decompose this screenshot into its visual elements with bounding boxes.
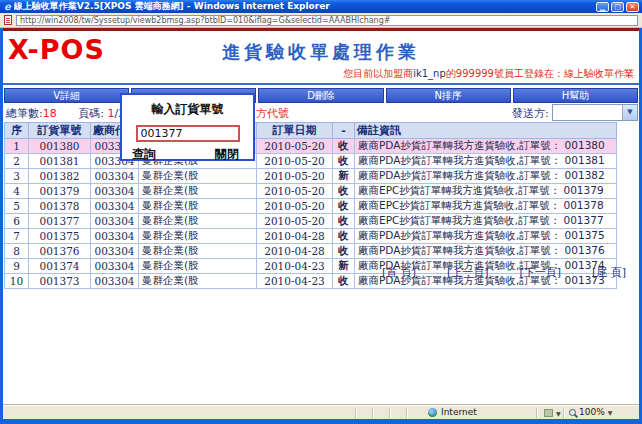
table-row[interactable]: 2 001381 003304 曼群企業(股 2010-05-20 收 廠商PD… [5, 154, 617, 169]
record-info-bar: 總筆數:18 頁碼: 1/2 [6, 106, 125, 121]
cell-order-no: 001380 [29, 139, 91, 154]
cell-order-no: 001378 [29, 199, 91, 214]
page-number-label: 頁碼: [78, 107, 104, 120]
minimize-button[interactable]: ▁ [596, 2, 609, 12]
cell-order-no: 001377 [29, 214, 91, 229]
total-count-label: 總筆數: [6, 107, 43, 120]
cell-remark: 廠商EPC抄貨訂單轉我方進貨驗收,訂單號： 001378 [355, 199, 617, 214]
table-row[interactable]: 6 001377 003304 曼群企業(股 2010-05-20 收 廠商EP… [5, 214, 617, 229]
table-row[interactable]: 3 001382 003304 曼群企業(股 2010-05-20 新 廠商PD… [5, 169, 617, 184]
last-page-link[interactable]: [尾 頁] [592, 265, 626, 280]
first-page-link[interactable]: [首 頁] [382, 265, 416, 280]
cell-order-no: 001373 [29, 274, 91, 289]
cell-vendor-name: 曼群企業(股 [139, 214, 257, 229]
statusbar-divider [372, 408, 373, 418]
sender-select-value [553, 105, 622, 120]
zoom-level: 100% [579, 407, 605, 417]
cell-vendor-code: 003304 [91, 199, 139, 214]
sort-button[interactable]: N排序 [386, 88, 511, 103]
cell-seq: 1 [5, 139, 29, 154]
cell-vendor-code: 003304 [91, 169, 139, 184]
window-frame-bottom [0, 419, 642, 424]
chevron-down-icon[interactable]: ▼ [622, 105, 637, 120]
url-input[interactable] [20, 16, 634, 25]
table-row[interactable]: 7 001375 003304 曼群企業(股 2010-04-28 收 廠商PD… [5, 229, 617, 244]
cell-status-badge: 收 [333, 184, 355, 199]
cell-seq: 3 [5, 169, 29, 184]
toolbar-divider-line [2, 83, 640, 85]
table-row[interactable]: 5 001378 003304 曼群企業(股 2010-05-20 收 廠商EP… [5, 199, 617, 214]
window-frame-left [0, 28, 3, 419]
cell-remark: 廠商PDA抄貨訂單轉我方進貨驗收,訂單號： 001380 [355, 139, 617, 154]
col-header-seq: 序 [5, 123, 29, 139]
statusbar-divider [355, 408, 356, 418]
cell-vendor-name: 曼群企業(股 [139, 199, 257, 214]
cell-status-badge: 收 [333, 274, 355, 289]
cell-vendor-code: 003304 [91, 184, 139, 199]
col-header-status: - [333, 123, 355, 139]
login-status-line: 您目前以加盟商ik1_np的999999號員工登錄在：線上驗收單作業 [343, 67, 634, 81]
cell-order-no: 001379 [29, 184, 91, 199]
table-row[interactable]: 8 001376 003304 曼群企業(股 2010-04-28 收 廠商PD… [5, 244, 617, 259]
cell-order-no: 001374 [29, 259, 91, 274]
ie-logo-icon: e [4, 2, 11, 12]
page-icon [4, 15, 12, 25]
login-store-code: ik1_np [413, 68, 446, 79]
delete-button[interactable]: D刪除 [258, 88, 383, 103]
window-titlebar: e 線上驗收單作業V2.5[XPOS 雲端商務網] - Windows Inte… [0, 0, 642, 13]
zoom-control[interactable]: 100% ▼ [569, 407, 612, 417]
help-button[interactable]: H幫助 [513, 88, 638, 103]
next-page-link[interactable]: [下一頁] [519, 265, 561, 280]
cell-status-badge: 收 [333, 214, 355, 229]
cell-seq: 9 [5, 259, 29, 274]
statusbar-divider [536, 408, 537, 418]
close-button[interactable]: ✕ [626, 2, 639, 12]
cell-vendor-name: 曼群企業(股 [139, 244, 257, 259]
cell-status-badge: 收 [333, 139, 355, 154]
detail-button[interactable]: V詳細 [4, 88, 129, 103]
table-row[interactable]: 4 001379 003304 曼群企業(股 2010-05-20 收 廠商EP… [5, 184, 617, 199]
cell-remark: 廠商PDA抄貨訂單轉我方進貨驗收,訂單號： 001381 [355, 154, 617, 169]
zoom-chevron-icon[interactable]: ▼ [608, 409, 613, 416]
cell-order-no: 001381 [29, 154, 91, 169]
dialog-close-button[interactable]: 關閉 [215, 146, 239, 163]
prev-page-link[interactable]: [上一頁] [447, 265, 489, 280]
cell-status-badge: 收 [333, 229, 355, 244]
cell-vendor-code: 003304 [91, 259, 139, 274]
zone-label: Internet [441, 407, 477, 417]
cell-order-no: 001376 [29, 244, 91, 259]
cell-order-date: 2010-05-20 [257, 169, 333, 184]
sender-hint-partial-text: 方代號 [256, 106, 289, 121]
col-header-order-no: 訂貨單號 [29, 123, 91, 139]
statusbar-divider [406, 408, 407, 418]
cell-vendor-code: 003304 [91, 229, 139, 244]
cell-order-date: 2010-04-23 [257, 259, 333, 274]
dialog-query-button[interactable]: 查詢 [132, 146, 156, 163]
cell-status-badge: 收 [333, 199, 355, 214]
dialog-actions: 查詢 關閉 [122, 142, 253, 163]
sender-select[interactable]: ▼ [552, 104, 638, 121]
cell-remark: 廠商EPC抄貨訂單轉我方進貨驗收,訂單號： 001377 [355, 214, 617, 229]
cell-seq: 8 [5, 244, 29, 259]
cell-status-badge: 收 [333, 154, 355, 169]
security-zone: Internet [428, 407, 477, 417]
cell-vendor-code: 003304 [91, 244, 139, 259]
settings-icon[interactable] [544, 409, 553, 417]
settings-chevron-icon[interactable]: ▼ [556, 410, 561, 417]
cell-seq: 10 [5, 274, 29, 289]
table-row[interactable]: 1 001380 003304 曼群企業(股 2010-05-20 收 廠商PD… [5, 139, 617, 154]
pagination: [首 頁] [上一頁] [下一頁] [尾 頁] [382, 265, 626, 280]
dialog-title: 輸入訂貨單號 [122, 101, 253, 118]
order-number-input[interactable] [136, 125, 240, 142]
status-bar: Internet ▼ 100% ▼ [3, 405, 639, 419]
maximize-button[interactable]: □ [611, 2, 624, 12]
cell-order-date: 2010-04-23 [257, 274, 333, 289]
cell-remark: 廠商PDA抄貨訂單轉我方進貨驗收,訂單號： 001375 [355, 229, 617, 244]
cell-status-badge: 新 [333, 169, 355, 184]
cell-vendor-code: 003304 [91, 274, 139, 289]
cell-order-date: 2010-05-20 [257, 199, 333, 214]
cell-order-date: 2010-05-20 [257, 139, 333, 154]
login-mid: 的999999號員工登錄在： [446, 68, 564, 79]
cell-vendor-name: 曼群企業(股 [139, 259, 257, 274]
toolbar: V詳細 D刪除 N排序 H幫助 [4, 88, 638, 103]
